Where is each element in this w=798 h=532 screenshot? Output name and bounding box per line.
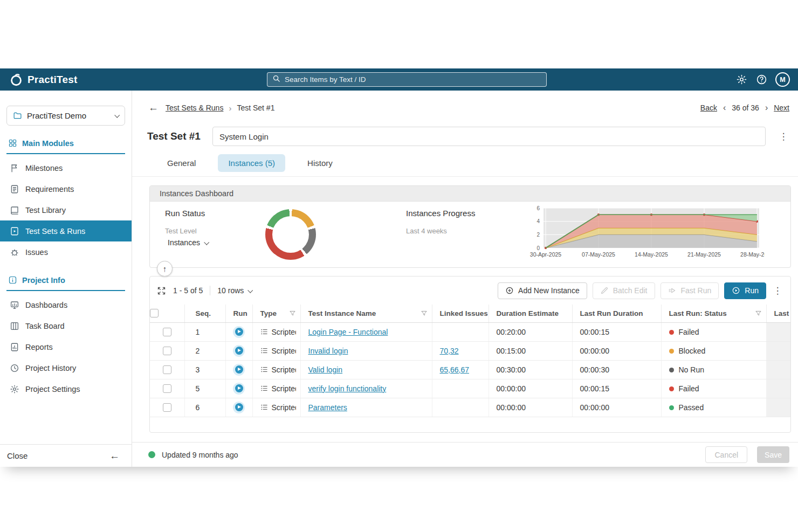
instances-dashboard-body: Run Status Test Level Instances Instance… [150,202,790,267]
row-checkbox[interactable] [163,365,171,374]
breadcrumb-current: Test Set #1 [237,103,274,112]
duration-estimate-cell: 00:00:00 [489,398,572,417]
row-checkbox[interactable] [163,347,171,355]
expand-table-icon[interactable] [157,286,166,295]
sidebar-close-button[interactable]: Close ← [0,444,132,467]
cancel-button[interactable]: Cancel [705,446,747,463]
sidebar-item-task-board[interactable]: Task Board [0,315,132,336]
sidebar-item-project-settings[interactable]: Project Settings [0,378,132,399]
sidebar-section-project-info: Project Info [6,275,125,291]
sidebar-item-test-library[interactable]: Test Library [0,199,132,220]
collapse-dashboard-button[interactable]: ↑ [157,261,173,277]
search-input[interactable] [285,75,541,84]
filter-icon[interactable] [755,310,762,317]
testset-name-input[interactable] [212,127,766,146]
instances-progress-subtitle: Last 4 weeks [406,227,447,235]
global-search[interactable] [267,72,547,87]
back-arrow-button[interactable]: ← [148,102,159,114]
select-all-checkbox[interactable] [150,309,159,317]
svg-text:28-May-2025: 28-May-2025 [740,251,765,258]
help-icon[interactable] [755,74,767,86]
row-checkbox[interactable] [163,384,171,393]
filter-icon[interactable] [421,310,428,317]
rows-per-page-select[interactable]: 10 rows [217,286,252,295]
project-selector[interactable]: PractiTest Demo [6,106,125,126]
last-run-duration-cell: 00:00:30 [572,360,661,379]
pager-next-icon[interactable]: › [765,103,768,113]
settings-gear-icon[interactable] [735,74,747,86]
status-footer: Updated 9 months ago Cancel Save [132,442,798,467]
linked-issues-link[interactable]: 65,66,67 [440,365,470,374]
run-row-button[interactable] [233,402,245,413]
sidebar-item-dashboards[interactable]: Dashboards [0,294,132,315]
practitest-logo[interactable]: PractiTest [0,73,77,87]
testset-id-label: Test Set #1 [147,130,201,142]
flag-icon [10,163,19,173]
testset-menu-kebab[interactable]: ⋮ [778,132,789,141]
svg-text:30-Apr-2025: 30-Apr-2025 [530,251,562,258]
run-row-button[interactable] [233,364,245,376]
table-header-row: Seq. Run Type Test Instance Name Linked … [150,305,790,322]
sidebar-item-reports[interactable]: Reports [0,336,132,357]
select-all-header [150,305,184,322]
test-instance-link[interactable]: Login Page - Functional [308,328,388,336]
tab-instances[interactable]: Instances (5) [218,154,285,172]
pager-back-link[interactable]: Back [700,103,717,112]
sidebar-item-issues[interactable]: Issues [0,241,132,262]
main-content: ← Test Sets & Runs › Test Set #1 Back ‹ … [132,91,798,467]
test-instance-link[interactable]: verify login functionality [308,384,387,393]
breadcrumb-parent-link[interactable]: Test Sets & Runs [166,103,223,112]
filter-icon[interactable] [289,310,296,317]
test-level-select[interactable]: Instances [168,238,208,247]
last-run-cell [766,360,790,379]
table-menu-kebab[interactable]: ⋮ [772,286,783,295]
run-row-button[interactable] [233,326,245,338]
svg-text:14-May-2025: 14-May-2025 [635,251,668,258]
run-cell [225,360,252,379]
status-dot [669,386,674,391]
run-button[interactable]: Run [724,282,766,299]
checkbox-cell [150,322,184,341]
row-checkbox[interactable] [163,328,171,336]
test-level-value: Instances [168,238,200,247]
run-row-button[interactable] [233,383,245,395]
test-instance-link[interactable]: Valid login [308,365,343,374]
checkbox-cell [150,398,184,417]
tab-history[interactable]: History [307,154,333,172]
type-cell: Scripted [252,398,300,417]
sidebar-item-requirements[interactable]: Requirements [0,178,132,199]
run-row-button[interactable] [233,345,245,357]
duration-estimate-cell: 00:00:00 [489,379,572,398]
reports-icon [10,342,19,352]
save-button[interactable]: Save [757,446,789,463]
test-instance-link[interactable]: Parameters [308,403,347,412]
linked-issues-link[interactable]: 70,32 [440,347,459,355]
scripted-list-icon [260,328,268,335]
scripted-list-icon [260,347,268,354]
sync-status-dot [148,451,155,458]
sidebar-item-test-sets-runs[interactable]: Test Sets & Runs [0,220,132,241]
fast-run-button[interactable]: Fast Run [661,282,719,299]
task-board-icon [10,321,19,331]
batch-edit-button[interactable]: Batch Edit [593,282,655,299]
run-cell [225,341,252,360]
sidebar-item-project-history[interactable]: Project History [0,357,132,378]
row-checkbox[interactable] [163,403,171,412]
svg-text:0: 0 [536,245,540,251]
user-avatar[interactable]: M [775,72,790,87]
test-instance-link[interactable]: Invalid login [308,347,348,355]
play-circle-icon [732,286,740,295]
sidebar-section-items: Milestones Requirements Test Library Tes… [0,154,132,262]
table-row: 3 Scripted Valid login 65,66,67 00:30:00… [150,360,790,379]
tab-general[interactable]: General [167,154,196,172]
test-level-label: Test Level [165,227,197,235]
pager-prev-icon[interactable]: ‹ [723,103,726,113]
type-cell: Scripted [252,322,300,341]
table-toolbar: 1 - 5 of 5 10 rows Add New Instance [150,277,790,305]
pager-next-link[interactable]: Next [774,103,789,112]
run-status-title: Run Status [165,209,205,218]
add-new-instance-button[interactable]: Add New Instance [498,282,587,299]
column-header-duration-estimate: Duration Estimate [489,305,572,322]
sidebar-item-milestones[interactable]: Milestones [0,157,132,178]
checkbox-cell [150,341,184,360]
